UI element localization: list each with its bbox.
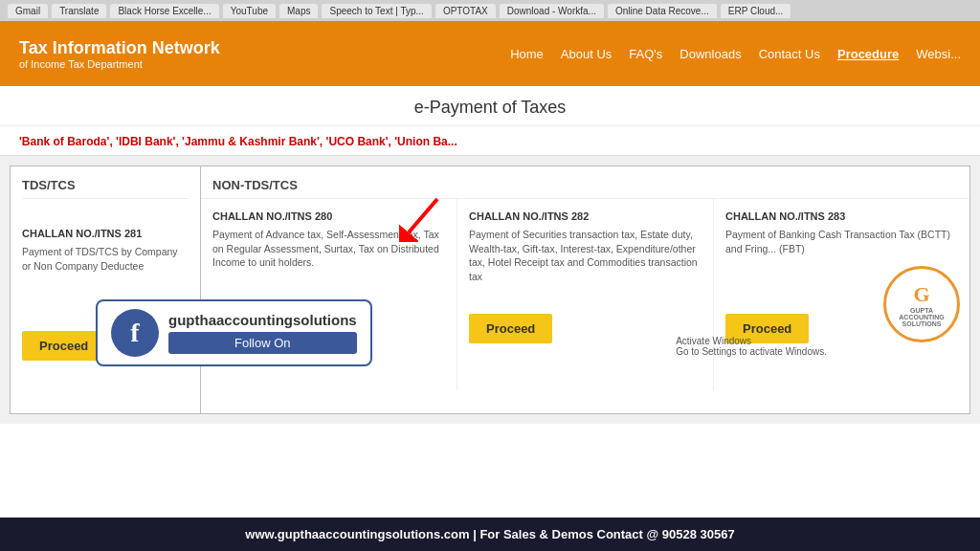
- tab-optotax[interactable]: OPTOTAX: [435, 4, 496, 18]
- activate-line2: Go to Settings to activate Windows.: [676, 346, 827, 357]
- footer-text: www.gupthaaccountingsolutions.com | For …: [245, 527, 734, 541]
- facebook-text-block: gupthaaccountingsolutions Follow On: [168, 312, 357, 354]
- tab-gmail[interactable]: Gmail: [8, 4, 48, 18]
- tab-translate[interactable]: Translate: [52, 4, 106, 18]
- challan-282-card: CHALLAN NO./ITNS 282 Payment of Securiti…: [457, 199, 714, 390]
- facebook-overlay: f gupthaaccountingsolutions Follow On: [96, 299, 372, 366]
- challan-282-desc: Payment of Securities transaction tax, E…: [469, 228, 702, 304]
- facebook-account-name: gupthaaccountingsolutions: [168, 312, 357, 328]
- page-title: e-Payment of Taxes: [0, 98, 980, 118]
- tab-online-data[interactable]: Online Data Recove...: [608, 4, 717, 18]
- non-tds-section: NON-TDS/TCS CHALLAN NO./ITNS 280: [201, 165, 970, 414]
- tds-header: TDS/TCS: [22, 178, 189, 199]
- tds-challan-title: CHALLAN NO./ITNS 281: [22, 228, 189, 239]
- nav-website[interactable]: Websi...: [916, 47, 961, 61]
- challan-283-card: CHALLAN NO./ITNS 283 Payment of Banking …: [714, 199, 969, 390]
- challan-282-title: CHALLAN NO./ITNS 282: [469, 210, 702, 222]
- facebook-icon: f: [111, 309, 159, 357]
- tab-erp[interactable]: ERP Cloud...: [721, 4, 791, 18]
- logo-area: Tax Information Network of Income Tax De…: [19, 38, 220, 70]
- activate-windows-notice: Activate Windows Go to Settings to activ…: [676, 336, 827, 357]
- notice-text: 'Bank of Baroda', 'IDBI Bank', 'Jammu & …: [19, 135, 457, 148]
- site-subtitle: of Income Tax Department: [19, 58, 220, 70]
- tds-section: TDS/TCS CHALLAN NO./ITNS 281 Payment of …: [10, 165, 201, 414]
- nav-downloads[interactable]: Downloads: [679, 47, 741, 61]
- nav-procedure[interactable]: Procedure: [837, 47, 899, 61]
- notice-bar: 'Bank of Baroda', 'IDBI Bank', 'Jammu & …: [0, 126, 980, 156]
- tab-download[interactable]: Download - Workfa...: [500, 4, 604, 18]
- challan-283-title: CHALLAN NO./ITNS 283: [725, 210, 958, 222]
- non-tds-header: NON-TDS/TCS: [201, 166, 969, 199]
- facebook-follow-button[interactable]: Follow On: [168, 332, 357, 354]
- page-title-bar: e-Payment of Taxes: [0, 86, 980, 126]
- site-title: Tax Information Network: [19, 38, 220, 58]
- tab-youtube[interactable]: YouTube: [223, 4, 276, 18]
- site-header: Tax Information Network of Income Tax De…: [0, 21, 980, 86]
- gupta-logo-overlay: G GUPTAACCOUNTINGSOLUTIONS: [883, 266, 960, 342]
- footer-bar: www.gupthaaccountingsolutions.com | For …: [0, 518, 980, 551]
- browser-tabs-bar: Gmail Translate Black Horse Excelle... Y…: [0, 0, 980, 21]
- nav-faqs[interactable]: FAQ's: [629, 47, 662, 61]
- nav-contact[interactable]: Contact Us: [759, 47, 820, 61]
- nav-home[interactable]: Home: [510, 47, 544, 61]
- tab-speech[interactable]: Speech to Text | Typ...: [322, 4, 431, 18]
- svg-line-1: [409, 199, 437, 232]
- tab-maps[interactable]: Maps: [279, 4, 318, 18]
- tab-blackhorse[interactable]: Black Horse Excelle...: [110, 4, 218, 18]
- nav-about[interactable]: About Us: [561, 47, 612, 61]
- tds-proceed-button[interactable]: Proceed: [22, 331, 105, 361]
- challan-282-proceed-button[interactable]: Proceed: [469, 314, 552, 343]
- activate-line1: Activate Windows: [676, 336, 827, 346]
- red-arrow-indicator: [399, 194, 447, 246]
- main-nav: Home About Us FAQ's Downloads Contact Us…: [510, 47, 961, 61]
